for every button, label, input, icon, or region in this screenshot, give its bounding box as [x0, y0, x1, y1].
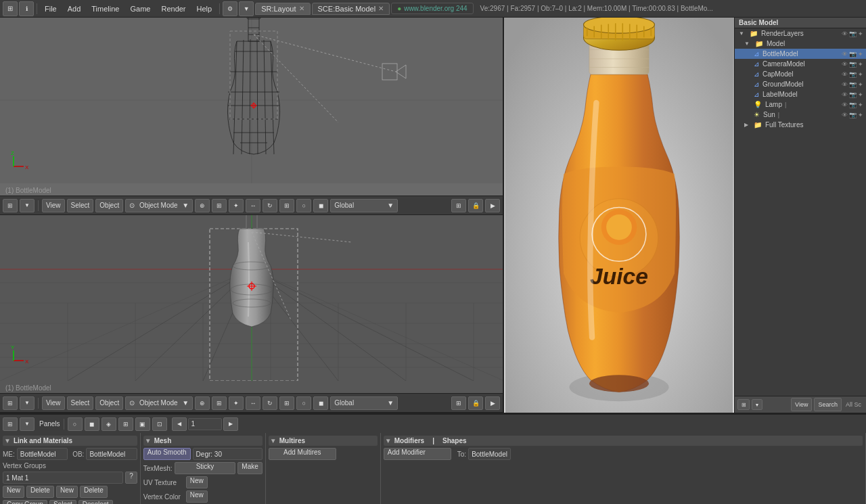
ob-value[interactable]: BottleModel [86, 448, 137, 460]
add-modifier-btn[interactable]: Add Modifier [384, 448, 451, 460]
render-icon[interactable]: 📷 [849, 30, 857, 37]
vt-dropdown-icon[interactable]: ▼ [20, 199, 35, 212]
menu-add[interactable]: Add [63, 3, 86, 14]
tree-item-labelmodel[interactable]: ⊿ LabelModel 👁 📷 ✦ [735, 89, 866, 99]
vt-mode-dropdown[interactable]: ⊙ Object Mode ▼ [125, 199, 193, 212]
vt-lock-icon[interactable]: 🔒 [468, 199, 483, 212]
delete2-btn[interactable]: Delete [80, 486, 108, 498]
vis-icon[interactable]: 👁 [842, 30, 848, 37]
uv-new-btn[interactable]: New [186, 476, 208, 488]
camera-render-icon[interactable]: 📷 [849, 61, 857, 68]
to-value[interactable]: BottleModel [468, 448, 511, 460]
tree-dropdown-icon[interactable]: ▼ [752, 399, 762, 410]
vt-view3-icon[interactable]: ⊞ [212, 199, 227, 212]
viewport-bottom[interactable]: X Y (1) BottleModel ⊞ ▼ View Select Obje… [0, 215, 503, 413]
delete-btn[interactable]: Delete [26, 486, 54, 498]
page-next[interactable]: ▶ [223, 417, 238, 431]
vt-manip-icon[interactable]: ↔ [246, 199, 260, 212]
ground-render-icon[interactable]: 📷 [849, 81, 857, 88]
vb-more-icon[interactable]: ▶ [485, 396, 500, 410]
tree-item-bottlemodel[interactable]: ⊿ BottleModel 👁 📷 ✦ [735, 49, 866, 59]
vc-new-btn[interactable]: New [186, 490, 208, 503]
tree-item-renderlayers[interactable]: ▼ 📁 RenderLayers 👁 📷 ✦ [735, 28, 866, 39]
sun-sel-icon[interactable]: ✦ [858, 112, 863, 118]
bottle-sel-icon[interactable]: ✦ [858, 51, 863, 58]
ground-vis-icon[interactable]: 👁 [842, 81, 848, 88]
tree-item-full-textures[interactable]: ▶ 📁 Full Textures [735, 120, 866, 130]
vt-snap-icon[interactable]: ⊕ [195, 199, 210, 212]
panels-icon1[interactable]: ○ [68, 417, 83, 431]
camera-vis-icon[interactable]: 👁 [842, 61, 848, 68]
deselect-btn[interactable]: Deselect [78, 500, 113, 504]
sun-render-icon[interactable]: 📷 [849, 112, 857, 118]
menu-game[interactable]: Game [125, 3, 155, 14]
new2-btn[interactable]: New [56, 486, 78, 498]
cap-vis-icon[interactable]: 👁 [842, 71, 848, 78]
panels-icon2[interactable]: ◼ [85, 417, 99, 431]
vt-select-btn[interactable]: Select [67, 199, 94, 212]
vb-grid2-icon[interactable]: ⊞ [451, 396, 466, 410]
select-btn[interactable]: Select [49, 500, 76, 504]
labelmodel-sel-icon[interactable]: ✦ [858, 91, 863, 98]
vt-circle-icon[interactable]: ○ [296, 199, 311, 212]
vt-rotate-icon[interactable]: ↻ [263, 199, 277, 212]
panels-icon3[interactable]: ◈ [101, 417, 116, 431]
ground-sel-icon[interactable]: ✦ [858, 81, 863, 88]
vt-fill-icon[interactable]: ◼ [313, 199, 328, 212]
viewport-top[interactable]: X Z (1) BottleModel ⊞ ▼ View Select Obje… [0, 18, 503, 215]
tree-item-sun[interactable]: ☀ Sun | 👁 📷 ✦ [735, 110, 866, 120]
mat-value[interactable]: 1 Mat 1 [3, 472, 123, 484]
add-multires-btn[interactable]: Add Multires [269, 448, 336, 460]
vb-fill-icon[interactable]: ◼ [313, 396, 328, 410]
vb-view4-icon[interactable]: ✦ [229, 396, 244, 410]
bottle-render-icon[interactable]: 📷 [849, 51, 857, 58]
dropdown-icon[interactable]: ▼ [239, 1, 254, 16]
vt-scale-icon[interactable]: ⊞ [279, 199, 294, 212]
settings-icon[interactable]: ⚙ [223, 1, 237, 16]
me-value[interactable]: BottleModel [17, 448, 68, 460]
vb-snap-icon[interactable]: ⊕ [195, 396, 210, 410]
vt-view4-icon[interactable]: ✦ [229, 199, 244, 212]
vb-circle-icon[interactable]: ○ [296, 396, 311, 410]
deg-value[interactable]: Degr: 30 [193, 448, 263, 460]
tab-sr-layout-close[interactable]: ✕ [299, 5, 304, 12]
lamp-sel-icon[interactable]: ✦ [858, 101, 863, 108]
menu-help[interactable]: Help [192, 3, 217, 14]
tree-item-lamp[interactable]: 💡 Lamp | 👁 📷 ✦ [735, 99, 866, 110]
mat-question-btn[interactable]: ? [125, 472, 137, 484]
tab-sce-basic-model[interactable]: SCE:Basic Model ✕ [312, 3, 390, 15]
copy-group-btn[interactable]: Copy Group [3, 500, 47, 504]
vb-view-btn[interactable]: View [42, 396, 65, 410]
panels-grid-icon[interactable]: ⊞ [3, 417, 18, 431]
camera-sel-icon[interactable]: ✦ [858, 61, 863, 68]
auto-smooth-btn[interactable]: Auto Smooth [143, 448, 191, 460]
menu-file[interactable]: File [40, 3, 62, 14]
page-prev[interactable]: ◀ [172, 417, 187, 431]
sun-vis-icon[interactable]: 👁 [842, 112, 848, 118]
vt-grid2-icon[interactable]: ⊞ [451, 199, 466, 212]
tab-sce-close[interactable]: ✕ [378, 5, 384, 12]
tree-grid-icon[interactable]: ⊞ [737, 399, 750, 410]
search-btn-tree[interactable]: Search [814, 398, 842, 411]
vb-object-btn[interactable]: Object [95, 396, 123, 410]
blender-icon[interactable]: ⊞ [3, 1, 18, 16]
panels-icon6[interactable]: ⊡ [152, 417, 167, 431]
vt-more-icon[interactable]: ▶ [485, 199, 500, 212]
panels-icon5[interactable]: ▣ [135, 417, 150, 431]
vb-select-btn[interactable]: Select [67, 396, 94, 410]
info-icon[interactable]: ℹ [19, 1, 34, 16]
tree-item-model[interactable]: ▼ 📁 Model [735, 39, 866, 49]
new-btn[interactable]: New [3, 486, 24, 498]
vb-mode-dropdown[interactable]: ⊙ Object Mode ▼ [125, 396, 193, 410]
vt-view-btn[interactable]: View [42, 199, 65, 212]
tab-sr-layout[interactable]: SR:Layout ✕ [255, 3, 310, 15]
menu-timeline[interactable]: Timeline [87, 3, 124, 14]
url-tab[interactable]: ● www.blender.org 244 [391, 3, 473, 14]
labelmodel-vis-icon[interactable]: 👁 [842, 91, 848, 98]
lamp-vis-icon[interactable]: 👁 [842, 101, 848, 108]
tree-item-groundmodel[interactable]: ⊿ GroundModel 👁 📷 ✦ [735, 79, 866, 89]
menu-render[interactable]: Render [156, 3, 190, 14]
vb-dropdown-icon[interactable]: ▼ [20, 396, 35, 410]
cap-sel-icon[interactable]: ✦ [858, 71, 863, 78]
vb-lock-icon[interactable]: 🔒 [468, 396, 483, 410]
